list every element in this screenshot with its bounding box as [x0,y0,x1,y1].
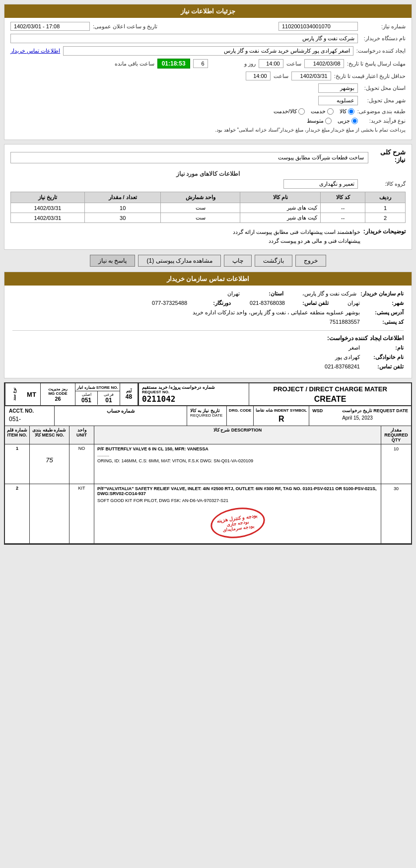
col-unit: واحد شمارش [161,192,240,203]
item-desc-2: P/F"VALVITALIA" SAFETY RELIEF VALVE, INL… [94,484,381,543]
req-no-value: 0211042 [142,394,246,404]
response-time-value: 14:00 [259,59,283,68]
col-date: تاریخ نیاز [11,192,85,203]
buyer-company-value: شرکت نفت و گار پارس [10,34,358,43]
item48-block: آیتم 48 [120,383,138,405]
items-header-row: شماره قلم ITEM NO. شماره طبقه بندی کالا … [5,426,411,444]
acct-no-value: 051- [9,416,50,423]
creator-family-value: کهرادی پور [335,354,360,361]
announcement-date-value: 1402/03/01 - 17:08 [10,22,90,31]
col-code: کد کالا [321,192,365,203]
need-no-value: 1102001034001070 [278,22,358,31]
group-value: تعمیر و نگهداری [283,179,358,189]
contract-options: جزیی متوسط [307,118,358,124]
city-contact-value: تهران [347,300,360,306]
drg-col: DRG. CODE [227,406,254,426]
validity-date-label: حداقل تاریخ اعتبار قیمت تا تاریخ: [334,73,406,79]
item-qty-1: 10 [381,444,411,484]
contact-info-link[interactable]: اطلاعات تماس خریدار [10,48,60,54]
table-row: 2 -- کیت های شیر ست 30 1402/03/31 [11,213,406,223]
drg-label: DRG. CODE [229,408,251,413]
top-section-header: جزئیات اطلاعات نیاز [4,4,412,18]
phone-contact-label: تلفن تماس: [289,300,329,306]
desc-title-value: ساخت قطعات شیرآلات مطابق پیوست [10,152,368,163]
row-code: -- [321,203,365,213]
postal-label: کد پستی: [364,319,404,325]
row-name: کیت های شیر [240,203,321,213]
item-mesc-1: 75 [30,444,69,484]
row-num: 2 [365,213,406,223]
type-snd-label: نوع سند [5,383,23,405]
ih-mesc: شماره طبقه بندی کالا MESC NO. [30,426,69,444]
store-sub-val: 01 [99,397,119,404]
province-label: استان محل تحویل: [361,85,406,91]
province-value: بوشهر [318,83,358,93]
item-no-1: 1 [5,444,30,484]
timer-suffix: ساعت باقی مانده [110,61,154,67]
item-mesc-2 [30,484,69,543]
response-date-value: 1402/03/08 [304,59,344,68]
ih-qty: مقدار REQUIRED QTY [381,426,411,444]
ih-desc: شرح کالا DESCRIPTION [94,426,381,444]
print-button[interactable]: چاپ [224,255,252,267]
respond-button[interactable]: پاسخ به نیاز [90,255,136,267]
hesab-label: شماره حساب [58,408,184,414]
phone-contact-value: 021-83768038 [250,300,285,306]
city-value: عسلویه [318,96,358,105]
required-date-label: تاریخ نیاز به کالا [190,408,223,413]
exit-button[interactable]: خروج [295,255,326,267]
postal-value: 7511883557 [330,319,360,325]
doc-second-row: ACCT. NO. 051- شماره حساب تاریخ نیاز به … [5,406,411,426]
store-main-val: 051 [76,397,96,404]
view-docs-button[interactable]: مشاهده مدارک پیوستی (1) [138,255,221,267]
hesab-col: شماره حساب [55,406,187,426]
action-buttons: پاسخ به نیاز مشاهده مدارک پیوستی (1) چاپ… [4,255,412,267]
response-time-label: ساعت [286,61,301,67]
city-label: شهر محل تحویل: [361,97,406,104]
col-name: نام کالا [240,192,321,203]
contract-note: پرداخت تمام با بخشی از مبلغ خریدار مبلغ … [215,127,406,133]
indent-col: شانه تقاضا INDENT SYMBOL R [254,406,309,426]
doc-left-cols: نوع سند MT رمز مدیریت MG CODE 26 شماره ا… [5,383,139,405]
validity-time-label: ساعت [274,73,288,79]
request-date-value: April 15, 2023 [342,415,408,421]
notes-content: خواهشمند است پیشنهادات فنی مطابق پیوست ا… [233,228,360,245]
announcement-date-label: تاریخ و ساعت اعلان عمومی: [93,23,157,30]
org-name-label: نام سازمان خریدار: [360,290,404,297]
acct-no-label: ACCT. NO. [9,408,50,414]
creator-label: ایجاد کننده درخواست: [356,48,406,54]
req-no-label: شماره درخواست پروژه/ خرید مستقیم [142,385,246,390]
request-date-col: تاریخ درخواست REQUEST DATE April 15, 202… [339,406,411,426]
goods-info-header: اطلاعات کالاهای مورد نیاز [10,170,406,177]
response-days-label: روز و [211,61,256,67]
contact-header: اطلاعات تماس سازمان خریدار [4,272,412,286]
row-qty: 10 [84,203,160,213]
create-title: CREATE [314,395,347,404]
creator-section-header: اطلاعات ایجاد کننده درخواست: [12,330,404,342]
province-contact-value: تهران [227,290,240,297]
back-button[interactable]: بازگشت [255,255,292,267]
acct-no-col: ACCT. NO. 051- [5,406,55,426]
validity-time-value: 14:00 [246,72,271,80]
response-timer: 01:18:53 [157,59,190,69]
group-label: گروه کالا: [361,181,406,187]
creator-name-label: نام: [364,345,404,351]
province-contact-label: استان: [244,290,283,297]
item-qty-2: 30 [381,484,411,543]
top-right: شماره درخواست پروژه/ خرید مستقیم REQUEST… [139,383,411,405]
wsd-label: WSD [312,408,336,413]
creator-phone-value: 021-83768241 [325,363,360,369]
org-name-value: شرکت نفت و گاز پارس، [302,290,356,297]
project-block: PROJECT / DIRECT CHARGE MATER CREATE [249,383,411,405]
item-unit-2: KIT [69,484,94,543]
creator-family-label: نام خانوادگی: [364,354,404,361]
req-no-block: شماره درخواست پروژه/ خرید مستقیم REQUEST… [139,383,249,405]
creator-value: اصغر کهرادی پور کارشناس خرید شرکت نفت و … [63,46,353,56]
creator-phone-label: تلفن تماس: [364,363,404,370]
store-no-block: شماره انبار STORE NO. اصلی 051 فرعی 01 [75,383,120,405]
doc-right-block: شماره درخواست پروژه/ خرید مستقیم REQUEST… [139,383,411,405]
contract-type-label: نوع فرآیند خرید: [361,118,406,124]
item-unit-1: NO [69,444,94,484]
project-title: PROJECT / DIRECT CHARGE MATER [273,385,387,393]
items-table: ردیف کد کالا نام کالا واحد شمارش تعداد /… [10,192,406,223]
